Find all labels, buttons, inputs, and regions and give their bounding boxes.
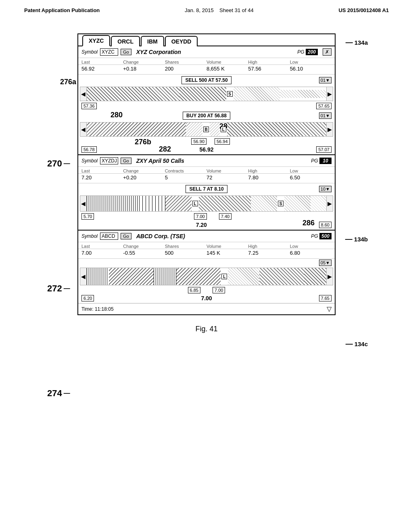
page-header: Patent Application Publication Jan. 8, 2… bbox=[0, 0, 413, 17]
last-value-2: 7.20 bbox=[81, 175, 92, 181]
last-label-1: Last bbox=[81, 60, 90, 64]
change-value-1: +0.18 bbox=[123, 66, 136, 72]
patent-right: US 2015/0012408 A1 bbox=[338, 7, 389, 13]
scroll-left-1a[interactable]: ◀ bbox=[80, 87, 87, 101]
tick-dropdown-1b[interactable]: 01▼ bbox=[319, 112, 332, 119]
chart-bars-3g bbox=[304, 268, 326, 285]
widget3-header: Symbol Go ABCD Corp. (TSE) PG 500 bbox=[78, 231, 335, 242]
footer-time: Time: 11:18:05 bbox=[81, 306, 114, 312]
symbol-input-1[interactable] bbox=[100, 48, 118, 56]
widget1-sell-prices: 57.36 57.65 bbox=[78, 102, 335, 110]
ref-282: 282 bbox=[159, 145, 171, 154]
go-btn-1[interactable]: Go bbox=[121, 49, 131, 55]
scroll-left-1b[interactable]: ◀ bbox=[80, 123, 87, 136]
close-btn-1[interactable]: ✗ bbox=[323, 48, 332, 56]
scroll-right-2[interactable]: ▶ bbox=[326, 196, 333, 211]
pg-value-2: 10 bbox=[319, 158, 332, 164]
fig-label: Fig. 41 bbox=[195, 325, 217, 333]
volume-label-2: Volume bbox=[206, 168, 221, 173]
pg-label-3: PG 500 bbox=[311, 233, 332, 239]
ref-276a: 276a bbox=[60, 78, 76, 86]
low-label-3: Low bbox=[290, 244, 298, 249]
change-label-2: Change bbox=[123, 168, 139, 173]
buy-bars-1a bbox=[87, 123, 186, 136]
chart-bars-3e bbox=[228, 268, 259, 285]
chart-bars-2d bbox=[199, 196, 251, 211]
shares-value-1: 200 bbox=[165, 66, 174, 72]
high-label-1: High bbox=[248, 60, 257, 64]
tab-ibm[interactable]: IBM bbox=[141, 36, 164, 46]
go-btn-3[interactable]: Go bbox=[121, 233, 131, 239]
pg-label-1: PG 200 bbox=[297, 49, 318, 55]
buy-bars-1c bbox=[210, 123, 220, 136]
volume-value-2: 72 bbox=[206, 175, 212, 181]
chart-bars-2f bbox=[284, 196, 311, 211]
l-marker-2: L bbox=[192, 201, 198, 206]
go-btn-2[interactable]: Go bbox=[121, 158, 131, 164]
low-value-2: 6.50 bbox=[290, 175, 300, 181]
price-left-2: 5.70 bbox=[81, 213, 94, 220]
high-value-2: 7.80 bbox=[248, 175, 258, 181]
low-value-1: 56.10 bbox=[290, 66, 303, 72]
price-left-1a: 57.36 bbox=[81, 103, 97, 109]
pg-label-2: PG 10 bbox=[311, 158, 332, 164]
ref-270: 270 — bbox=[47, 158, 70, 169]
scroll-left-3[interactable]: ◀ bbox=[80, 268, 87, 285]
scroll-right-1a[interactable]: ▶ bbox=[326, 87, 333, 101]
price-center-left-1: 56.90 bbox=[191, 138, 206, 145]
widget2-prices: 5.70 7.00 7.40 bbox=[78, 212, 335, 221]
widget2-header: Symbol Go ZXY April 50 Calls PG 10 bbox=[78, 155, 335, 167]
pg-value-3: 500 bbox=[319, 233, 332, 239]
high-label-2: High bbox=[248, 168, 257, 173]
tab-xyzc[interactable]: XYZC bbox=[82, 35, 110, 46]
widget2-stats-labels: Last Change Contracts Volume High Low bbox=[78, 167, 335, 174]
price-left-3: 6.20 bbox=[81, 295, 94, 301]
symbol-input-3[interactable] bbox=[100, 233, 118, 240]
price-center-right-1: 56.94 bbox=[215, 138, 230, 145]
volume-label-3: Volume bbox=[206, 244, 221, 249]
contracts-value-2: 5 bbox=[165, 175, 168, 181]
shares-label-3: Shares bbox=[165, 244, 179, 249]
widget2-chart: ◀ L S ▶ bbox=[80, 195, 333, 212]
chart-bars-3f bbox=[259, 268, 304, 285]
scroll-left-2[interactable]: ◀ bbox=[80, 196, 87, 211]
low-label-1: Low bbox=[290, 60, 298, 64]
tab-oeydd[interactable]: OEYDD bbox=[165, 36, 198, 46]
price-right-2: 8.60 bbox=[319, 222, 332, 228]
widget1-sell-chart: ◀ S ▶ bbox=[80, 87, 333, 101]
price-right-3: 7.65 bbox=[319, 295, 332, 301]
tab-orcl[interactable]: ORCL bbox=[111, 36, 140, 46]
contracts-label-2: Contracts bbox=[165, 168, 184, 173]
price-bottom-right-1: 57.07 bbox=[316, 146, 332, 153]
last-value-3: 7.00 bbox=[81, 250, 92, 256]
low-value-3: 6.80 bbox=[290, 250, 300, 256]
last-label-2: Last bbox=[81, 168, 90, 173]
tick-dropdown-1[interactable]: 01▼ bbox=[319, 77, 332, 83]
scroll-right-1b[interactable]: ▶ bbox=[326, 123, 333, 136]
tab-bar: XYZC ORCL IBM OEYDD bbox=[78, 34, 335, 46]
sell-bars-1c bbox=[234, 87, 280, 101]
chart-bars-2c bbox=[165, 196, 192, 211]
ref-134c: — 134c bbox=[346, 340, 368, 348]
change-value-3: -0.55 bbox=[123, 250, 135, 256]
sell-order-label-2: SELL 7 AT 8.10 bbox=[186, 185, 227, 193]
price-center-left-2: 7.00 bbox=[194, 213, 206, 220]
price-bold-center-2: 7.20 bbox=[196, 222, 207, 228]
price-bold-center-1: 56.92 bbox=[199, 146, 213, 153]
volume-value-1: 8,655 K bbox=[206, 66, 225, 72]
widget2: Symbol Go ZXY April 50 Calls PG 10 Last … bbox=[78, 154, 335, 230]
chart-bars-3a bbox=[87, 268, 109, 285]
footer-icon: ▽ bbox=[327, 305, 332, 313]
patent-left: Patent Application Publication bbox=[24, 7, 100, 13]
widget1-buy-chart: ◀ B L ▶ bbox=[80, 122, 333, 137]
s-marker-2: S bbox=[278, 201, 284, 206]
widget1-bottom-prices: 56.78 56.92 57.07 bbox=[78, 145, 335, 154]
chart-bars-2g bbox=[311, 196, 326, 211]
last-label-3: Last bbox=[81, 244, 90, 249]
symbol-input-2[interactable] bbox=[100, 157, 118, 164]
l-marker-1: L bbox=[221, 127, 226, 132]
tick-dropdown-3[interactable]: 05▼ bbox=[319, 260, 332, 266]
pg-value-1: 200 bbox=[306, 49, 318, 55]
scroll-right-3[interactable]: ▶ bbox=[326, 268, 333, 285]
tick-dropdown-2[interactable]: 10▼ bbox=[319, 186, 332, 192]
